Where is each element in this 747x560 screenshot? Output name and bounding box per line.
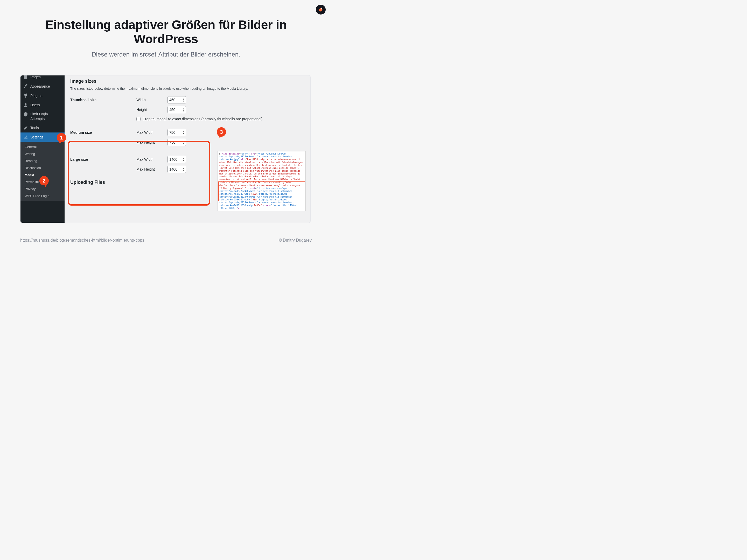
page-title: Einstellung adaptiver Größen für Bilder …	[0, 0, 332, 46]
footer-credit: © Dmitry Dugarev	[279, 238, 312, 243]
svg-point-3	[26, 138, 27, 139]
settings-submenu: General Writing Reading Discussion Media…	[21, 142, 65, 201]
stepper-icon[interactable]: ▲▼	[183, 131, 184, 134]
submenu-writing[interactable]: Writing	[21, 150, 65, 157]
image-sizes-heading: Image sizes	[70, 79, 305, 84]
sidebar-label: Users	[30, 103, 40, 107]
sidebar-item-pages[interactable]: Pages	[21, 75, 65, 82]
image-sizes-description: The sizes listed below determine the max…	[70, 86, 305, 91]
thumb-width-input[interactable]: 450 ▲▼	[168, 96, 186, 103]
medium-row: Medium size Max Width 750 ▲▼ Max Height …	[70, 129, 305, 146]
page-footer: https://musnuss.de/blog/semantisches-htm…	[20, 238, 312, 243]
large-width-label: Max Width	[136, 157, 165, 161]
crop-checkbox[interactable]	[136, 117, 140, 121]
large-height-label: Max Height	[136, 167, 165, 171]
large-width-input[interactable]: 1400 ▲▼	[168, 156, 186, 163]
user-icon	[23, 102, 28, 108]
admin-sidebar: Pages Appearance Plugins Users Limit Log…	[21, 75, 65, 223]
stepper-icon[interactable]: ▲▼	[183, 98, 184, 102]
medium-height-label: Max Height	[136, 140, 165, 145]
svg-point-2	[25, 137, 26, 138]
footer-url: https://musnuss.de/blog/semantisches-htm…	[20, 238, 144, 243]
medium-label: Medium size	[70, 129, 136, 134]
medium-width-input[interactable]: 750 ▲▼	[168, 129, 186, 136]
wp-admin-panel: Pages Appearance Plugins Users Limit Log…	[20, 75, 311, 223]
wrench-icon	[23, 125, 28, 130]
sidebar-item-tools[interactable]: Tools	[21, 123, 65, 132]
sidebar-item-limit-login[interactable]: Limit Login Attempts	[21, 110, 65, 123]
thumb-height-input[interactable]: 450 ▲▼	[168, 106, 186, 113]
submenu-privacy[interactable]: Privacy	[21, 185, 65, 193]
submenu-general[interactable]: General	[21, 143, 65, 150]
callout-3: 3	[217, 127, 226, 137]
stepper-icon[interactable]: ▲▼	[183, 168, 184, 171]
submenu-wps-hide-login[interactable]: WPS Hide Login	[21, 193, 65, 199]
svg-point-0	[25, 103, 27, 105]
thumb-width-label: Width	[136, 98, 165, 102]
sliders-icon	[23, 134, 28, 140]
page-subtitle: Diese werden im srcset-Attribut der Bild…	[0, 46, 332, 58]
stepper-icon[interactable]: ▲▼	[183, 158, 184, 161]
callout-2: 2	[40, 176, 49, 185]
thumbnail-label: Thumbnail size	[70, 96, 136, 102]
sidebar-label: Appearance	[30, 84, 50, 88]
thumbnail-row: Thumbnail size Width 450 ▲▼ Height 450 ▲…	[70, 96, 305, 121]
sidebar-label: Limit Login Attempts	[30, 112, 62, 121]
sidebar-item-appearance[interactable]: Appearance	[21, 82, 65, 91]
sidebar-item-plugins[interactable]: Plugins	[21, 91, 65, 100]
sidebar-label: Tools	[30, 126, 39, 130]
svg-point-1	[26, 136, 27, 137]
shield-icon	[23, 112, 28, 117]
sidebar-label: Settings	[30, 135, 44, 139]
callout-1: 1	[57, 133, 66, 142]
large-height-input[interactable]: 1400 ▲▼	[168, 166, 186, 173]
medium-height-input[interactable]: 750 ▲▼	[168, 139, 186, 146]
nut-icon	[318, 7, 324, 12]
crop-label: Crop thumbnail to exact dimensions (norm…	[143, 117, 262, 121]
thumb-height-label: Height	[136, 108, 165, 112]
submenu-reading[interactable]: Reading	[21, 157, 65, 164]
large-label: Large size	[70, 156, 136, 161]
sidebar-label: Pages	[30, 75, 41, 79]
submenu-discussion[interactable]: Discussion	[21, 164, 65, 171]
brand-logo	[316, 5, 326, 15]
stepper-icon[interactable]: ▲▼	[183, 108, 184, 112]
medium-width-label: Max Width	[136, 130, 165, 134]
sidebar-item-users[interactable]: Users	[21, 100, 65, 110]
pages-icon	[23, 75, 28, 80]
brush-icon	[23, 84, 28, 89]
html-code-snippet: ▶ <img decoding="async" src="https://mus…	[217, 151, 306, 211]
stepper-icon[interactable]: ▲▼	[183, 141, 184, 145]
sidebar-label: Plugins	[30, 94, 42, 98]
plug-icon	[23, 93, 28, 98]
